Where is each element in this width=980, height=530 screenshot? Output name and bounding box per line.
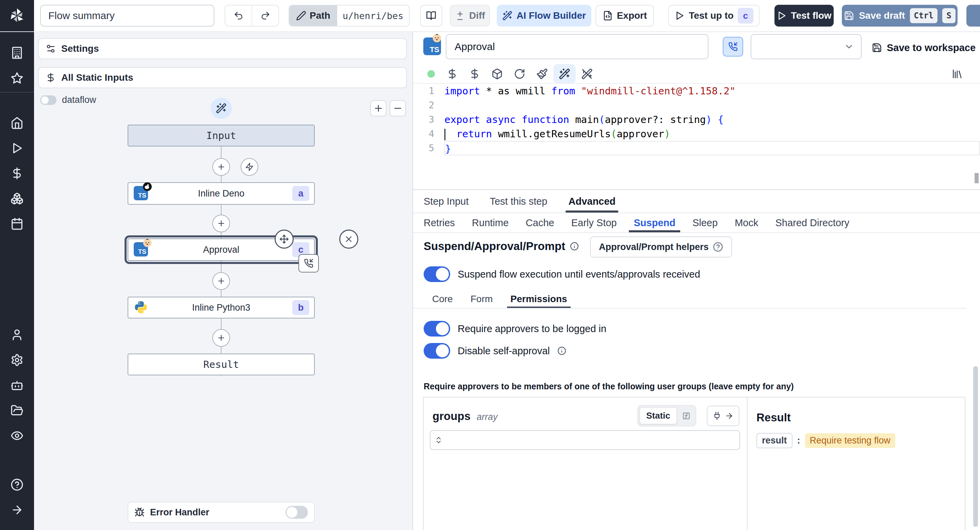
tab-permissions[interactable]: Permissions <box>511 289 567 309</box>
paintbrush-button[interactable] <box>531 64 553 84</box>
panel-scrollbar[interactable] <box>973 366 978 527</box>
flow-graph-panel: Settings All Static Inputs dataflow Inpu… <box>34 31 413 530</box>
flow-node-approval-selected[interactable]: TS Approval c <box>127 238 315 261</box>
sidebar-item-play[interactable] <box>0 136 34 161</box>
sidebar-item-user[interactable] <box>0 322 34 347</box>
tab-retries[interactable]: Retries <box>424 213 455 232</box>
info-icon[interactable] <box>557 346 566 355</box>
tab-form[interactable]: Form <box>471 289 493 309</box>
sidebar-item-star[interactable] <box>0 65 34 91</box>
windmill-logo[interactable] <box>0 0 34 31</box>
error-handler-toggle[interactable] <box>285 506 308 519</box>
dataflow-toggle[interactable] <box>40 95 56 105</box>
bot-icon <box>11 379 24 392</box>
tab-mock[interactable]: Mock <box>735 213 758 232</box>
insert-trigger-button[interactable] <box>240 158 258 176</box>
move-step-button[interactable] <box>275 230 294 249</box>
approval-prompt-helpers-button[interactable]: Approval/Prompt helpers <box>590 236 732 257</box>
insert-step-button[interactable] <box>212 272 230 290</box>
error-handler-card[interactable]: Error Handler <box>127 502 315 523</box>
sidebar-item-eye[interactable] <box>0 423 34 448</box>
tab-suspend[interactable]: Suspend <box>633 213 675 232</box>
insert-step-button[interactable] <box>212 158 230 176</box>
save-draft-button[interactable]: Save draft Ctrl S <box>842 5 958 27</box>
library-button[interactable] <box>946 64 969 84</box>
sidebar-item-folder-open[interactable] <box>0 398 34 423</box>
tab-shared-directory[interactable]: Shared Directory <box>775 213 850 232</box>
docs-button[interactable] <box>420 5 442 27</box>
flow-settings-card[interactable]: Settings <box>38 38 407 59</box>
test-up-to-button[interactable]: Test up to c <box>668 5 759 27</box>
sidebar-item-help-circle[interactable] <box>0 472 34 497</box>
rotate-cw-button[interactable] <box>508 64 531 84</box>
workspace-script-select[interactable] <box>751 34 862 59</box>
export-button[interactable]: Export <box>595 5 654 27</box>
path-value: u/henri/bes <box>337 5 409 26</box>
sidebar-item-calendar[interactable] <box>0 211 34 236</box>
dollar-sign-button[interactable] <box>441 64 463 84</box>
tab-sleep[interactable]: Sleep <box>692 213 718 232</box>
tab-core[interactable]: Core <box>432 289 453 309</box>
package-button[interactable] <box>486 64 508 84</box>
save-to-workspace-button[interactable]: Save to workspace <box>872 38 975 57</box>
editor-scrollbar[interactable] <box>975 173 978 183</box>
suspend-phone-button[interactable] <box>723 37 743 57</box>
suspend-enable-toggle[interactable] <box>424 267 450 282</box>
tab-cache[interactable]: Cache <box>526 213 554 232</box>
tab-early-stop[interactable]: Early Stop <box>571 213 617 232</box>
flow-node-inline-deno[interactable]: TS Inline Deno a <box>127 182 315 205</box>
static-mode-button[interactable]: Static <box>640 407 677 425</box>
redo-button[interactable] <box>251 5 278 26</box>
play-icon <box>776 11 787 21</box>
diff-icon <box>455 11 465 21</box>
error-handler-label: Error Handler <box>150 507 209 518</box>
wand-button[interactable] <box>553 64 576 84</box>
sidebar-item-arrow-right[interactable] <box>0 497 34 522</box>
all-static-inputs-card[interactable]: All Static Inputs <box>38 67 407 88</box>
flow-node-input[interactable]: Input <box>127 125 315 147</box>
code-editor[interactable]: 1import * as wmill from "windmill-client… <box>413 83 980 190</box>
ai-step-suggestion-button[interactable] <box>211 98 232 119</box>
diff-button[interactable]: Diff <box>450 5 490 27</box>
tab-step-input[interactable]: Step Input <box>424 190 469 212</box>
path-control[interactable]: Path u/henri/bes <box>288 5 410 27</box>
groups-array-input[interactable] <box>430 430 740 450</box>
dollar-sign-button[interactable] <box>463 64 486 84</box>
ctrl-keycap: Ctrl <box>910 8 938 23</box>
require-login-toggle[interactable] <box>424 321 450 337</box>
undo-button[interactable] <box>225 5 251 26</box>
path-edit-button[interactable]: Path <box>289 5 337 26</box>
sidebar-item-home[interactable] <box>0 110 34 136</box>
approval-suspend-indicator[interactable] <box>298 254 319 273</box>
sidebar-item-boxes[interactable] <box>0 186 34 211</box>
delete-step-button[interactable] <box>339 230 358 249</box>
insert-step-button[interactable] <box>212 329 230 347</box>
flow-node-inline-python3[interactable]: Inline Python3 b <box>127 297 315 318</box>
boxes-icon <box>11 192 24 205</box>
flow-summary-input[interactable] <box>40 5 215 27</box>
tab-advanced[interactable]: Advanced <box>568 190 616 212</box>
result-node-label: Result <box>204 359 239 370</box>
tab-test-this-step[interactable]: Test this step <box>490 190 547 212</box>
tab-runtime[interactable]: Runtime <box>472 213 509 232</box>
sidebar-item-building[interactable] <box>0 40 34 65</box>
test-flow-button[interactable]: Test flow <box>775 5 834 27</box>
sidebar-item-bot[interactable] <box>0 373 34 398</box>
sidebar-item-dollar-sign[interactable] <box>0 161 34 186</box>
chevron-down-icon <box>844 42 854 52</box>
zoom-in-button[interactable] <box>370 100 387 117</box>
info-icon[interactable] <box>570 242 579 251</box>
windmill-logo-icon <box>8 7 26 24</box>
ai-flow-builder-button[interactable]: AI Flow Builder <box>497 5 592 27</box>
flow-node-result[interactable]: Result <box>127 354 315 375</box>
wand-off-button[interactable] <box>576 64 598 84</box>
connect-input-button[interactable] <box>707 405 740 426</box>
disable-self-approval-toggle[interactable] <box>424 343 450 359</box>
sidebar-item-settings[interactable] <box>0 347 34 373</box>
insert-step-button[interactable] <box>212 215 230 232</box>
deno-lang-icon: TS <box>134 186 149 201</box>
function-mode-button[interactable] <box>679 408 694 424</box>
step-name-input[interactable] <box>446 34 708 59</box>
zoom-out-button[interactable] <box>390 100 406 117</box>
deploy-button-partial[interactable] <box>966 5 980 27</box>
